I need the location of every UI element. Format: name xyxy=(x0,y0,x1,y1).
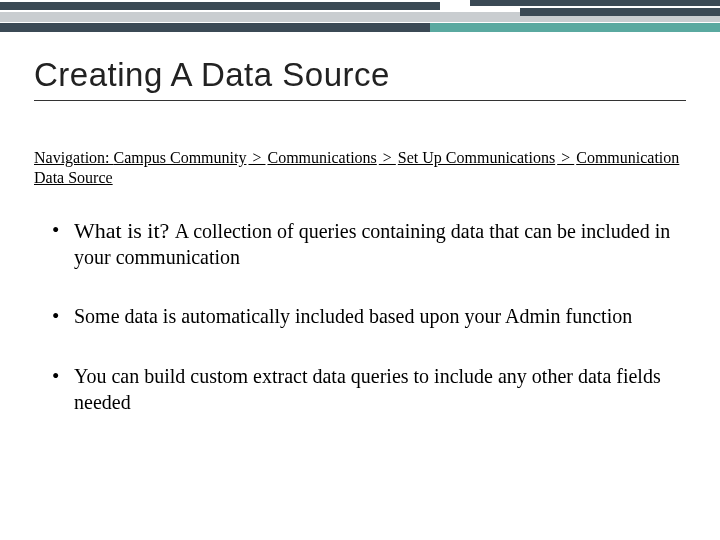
navigation-part: Campus Community xyxy=(114,149,247,166)
bullet-text: You can build custom extract data querie… xyxy=(74,365,661,413)
navigation-separator: > xyxy=(555,149,576,166)
bullet-text: Some data is automatically included base… xyxy=(74,305,632,327)
title-block: Creating A Data Source xyxy=(34,56,686,101)
slide: Creating A Data Source Navigation: Campu… xyxy=(0,0,720,540)
bullet-lead: What is it? xyxy=(74,218,175,243)
navigation-part: Set Up Communications xyxy=(398,149,555,166)
deco-bar xyxy=(520,8,720,16)
slide-title: Creating A Data Source xyxy=(34,56,686,94)
navigation-part: Communications xyxy=(267,149,376,166)
title-underline xyxy=(34,100,686,101)
deco-bar xyxy=(0,23,430,32)
deco-bar xyxy=(0,2,440,10)
decorative-top-bars xyxy=(0,0,720,36)
bullet-item: Some data is automatically included base… xyxy=(48,304,672,330)
navigation-separator: > xyxy=(377,149,398,166)
navigation-label: Navigation: xyxy=(34,149,114,166)
bullet-item: You can build custom extract data querie… xyxy=(48,364,672,415)
navigation-path: Navigation: Campus Community > Communica… xyxy=(34,148,686,188)
navigation-separator: > xyxy=(246,149,267,166)
deco-bar xyxy=(470,0,720,6)
bullet-list: What is it? A collection of queries cont… xyxy=(48,218,672,449)
bullet-item: What is it? A collection of queries cont… xyxy=(48,218,672,270)
